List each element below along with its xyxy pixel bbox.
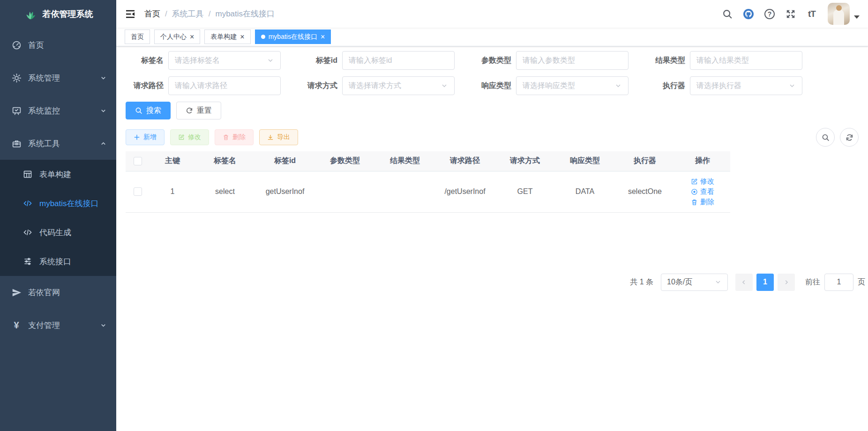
page-size-value: 10条/页 [667,277,714,287]
reset-button[interactable]: 重置 [176,102,221,119]
breadcrumb-home[interactable]: 首页 [144,8,160,19]
sidebar-toggle-icon[interactable] [125,8,136,20]
github-icon[interactable] [743,8,754,20]
active-dot [261,35,265,39]
next-page-button[interactable] [778,274,795,291]
font-size-icon[interactable]: tT [806,8,817,20]
sidebar-subitem-mybatis-online-api[interactable]: mybatis在线接口 [0,189,116,218]
field-request-path: 请求路径 [126,76,281,95]
pagination: 共 1 条 10条/页 1 前往 页 [126,274,865,291]
tab-profile[interactable]: 个人中心 × [154,30,200,44]
sidebar-item-home[interactable]: 首页 [0,29,116,61]
chevron-down-icon [714,278,722,286]
sidebar-subitem-system-api[interactable]: 系统接口 [0,247,116,276]
field-label: 响应类型 [473,81,511,91]
param-type-input[interactable] [523,56,622,65]
sidebar-item-system-tools[interactable]: 系统工具 [0,127,116,160]
export-button[interactable]: 导出 [259,129,298,145]
close-icon[interactable]: × [190,33,194,41]
delete-button-label: 删除 [232,133,246,141]
cell-executor: selectOne [615,171,675,212]
logo[interactable]: 若依管理系统 [0,0,116,28]
tab-home[interactable]: 首页 [125,30,150,44]
toolbox-icon [11,138,22,149]
chevron-down-icon [441,82,448,89]
request-path-input[interactable] [175,82,274,90]
field-label: 结果类型 [647,56,685,66]
edit-button[interactable]: 修改 [170,129,209,145]
refresh-icon [846,134,853,141]
sidebar-item-label: 首页 [28,40,44,51]
select-all-checkbox[interactable] [134,157,142,165]
row-edit-link[interactable]: 修改 [691,177,714,186]
response-type-select[interactable]: 请选择响应类型 [516,76,629,95]
sidebar-item-label: 表单构建 [39,169,71,180]
search-icon [135,107,142,114]
field-label: 请求路径 [126,81,164,91]
app-title: 若依管理系统 [43,8,93,20]
th-tag-id: 标签id [255,151,315,171]
gear-icon [11,73,22,83]
tab-label: 首页 [131,33,144,41]
add-button[interactable]: 新增 [126,129,165,145]
row-delete-link[interactable]: 删除 [691,198,714,207]
avatar[interactable] [828,3,850,25]
sidebar-item-label: 系统接口 [39,256,71,267]
monitor-icon [11,105,22,116]
show-search-toggle-button[interactable] [816,128,835,147]
table-row[interactable]: 1 select getUserInof /getUserInof GET DA… [126,171,730,212]
select-placeholder: 请选择标签名 [175,56,267,66]
select-placeholder: 请选择响应类型 [523,81,614,91]
th-primary-key: 主键 [150,151,195,171]
search-form-row-2: 请求路径 请求方式 请选择请求方式 响应类型 请选择响应类型 [126,76,859,95]
sidebar-item-payment-management[interactable]: ¥ 支付管理 [0,309,116,342]
tab-label: mybatis在线接口 [269,33,317,41]
result-type-input[interactable] [696,56,796,65]
cell-response-type: DATA [555,171,615,212]
page-unit-label: 页 [858,277,865,287]
tab-mybatis-online-api[interactable]: mybatis在线接口 × [255,30,331,44]
tag-id-input[interactable] [349,56,448,65]
th-result-type: 结果类型 [375,151,435,171]
field-executor: 执行器 请选择执行器 [647,76,802,95]
goto-label: 前往 [805,277,820,287]
sidebar-item-label: 支付管理 [28,320,60,331]
sidebar-menu: 首页 系统管理 [0,28,116,342]
breadcrumb-system-tools: 系统工具 [172,8,204,19]
tab-label: 表单构建 [210,33,237,41]
tag-name-select[interactable]: 请选择标签名 [168,51,281,70]
page-number-current[interactable]: 1 [756,274,774,291]
search-form-row-1: 标签名 请选择标签名 标签id 参数类型 [126,51,859,70]
fullscreen-icon[interactable] [785,8,796,20]
close-icon[interactable]: × [240,33,244,41]
sidebar-item-ruoyi-website[interactable]: 若依官网 [0,276,116,309]
goto-page-input[interactable] [824,274,853,291]
delete-button[interactable]: 删除 [215,129,254,145]
tab-form-builder[interactable]: 表单构建 × [204,30,250,44]
executor-select[interactable]: 请选择执行器 [690,76,802,95]
close-icon[interactable]: × [321,33,325,41]
row-checkbox[interactable] [134,187,142,196]
refresh-button[interactable] [840,128,859,147]
request-method-select[interactable]: 请选择请求方式 [342,76,455,95]
search-icon[interactable] [722,8,733,20]
search-actions: 搜索 重置 [126,102,859,119]
app-root: 若依管理系统 首页 系统管理 [0,0,868,431]
page-size-select[interactable]: 10条/页 [661,274,728,291]
sidebar-subitem-form-builder[interactable]: 表单构建 [0,160,116,189]
row-view-link[interactable]: 查看 [691,187,714,196]
search-button[interactable]: 搜索 [126,102,171,119]
sidebar-item-label: 系统管理 [28,73,60,83]
sidebar-subitem-code-generation[interactable]: 代码生成 [0,218,116,247]
help-icon[interactable]: ? [764,8,775,20]
table-toolbar: 新增 修改 删除 导出 [126,128,859,147]
caret-down-icon[interactable] [854,15,860,19]
sliders-icon [22,256,33,267]
field-result-type: 结果类型 [647,51,802,70]
sidebar-item-label: 若依官网 [28,287,60,298]
prev-page-button[interactable] [735,274,753,291]
sidebar-item-system-monitor[interactable]: 系统监控 [0,94,116,127]
field-label: 标签id [299,56,337,66]
sidebar-item-system-management[interactable]: 系统管理 [0,61,116,94]
toolbar-right [816,128,859,147]
